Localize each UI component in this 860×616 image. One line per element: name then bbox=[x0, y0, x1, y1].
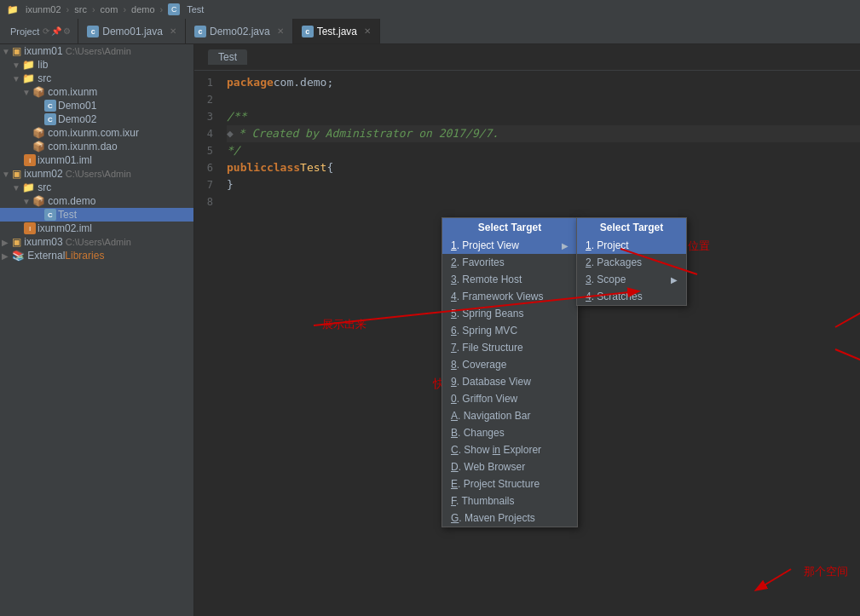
arrow-com-demo: ▼ bbox=[22, 197, 32, 206]
tab-test-label: Test.java bbox=[317, 26, 357, 37]
code-content[interactable]: package com.demo; /** ◆ * Created by Adm… bbox=[220, 74, 860, 210]
tree-ixunm02[interactable]: ▼ ▣ ixunm02 C:\Users\Admin bbox=[0, 167, 193, 181]
menu-item-show-explorer[interactable]: C. Show in Explorer bbox=[442, 441, 577, 458]
tree-com-ixunm[interactable]: ▼ 📦 com.ixunm bbox=[0, 85, 193, 99]
menu-item-2-label: 2. Favorites bbox=[451, 256, 505, 268]
sidebar: ▼ ▣ ixunm01 C:\Users\Admin ▼ 📁 lib ▼ 📁 s… bbox=[0, 44, 194, 616]
tree-src2[interactable]: ▼ 📁 src bbox=[0, 181, 193, 194]
menu-item-griffon[interactable]: 0. Griffon View bbox=[442, 390, 577, 407]
menu-item-nav-bar[interactable]: A. Navigation Bar bbox=[442, 407, 577, 424]
arrow-lib: ▼ bbox=[12, 60, 22, 70]
menu-item-b-label: B. Changes bbox=[451, 427, 505, 439]
submenu-item-1-label: 1. Project bbox=[586, 239, 629, 251]
tree-iml1-label: ixunm01.iml bbox=[38, 154, 92, 166]
menu-header: Select Target bbox=[442, 218, 577, 237]
main-layout: ▼ ▣ ixunm01 C:\Users\Admin ▼ 📁 lib ▼ 📁 s… bbox=[0, 44, 860, 616]
tree-iml2-label: ixunm02.iml bbox=[38, 222, 92, 234]
submenu-item-3-label: 3. Scope bbox=[586, 273, 626, 285]
menu-item-web-browser[interactable]: D. Web Browser bbox=[442, 458, 577, 475]
code-line-2 bbox=[227, 91, 860, 108]
submenu-item-packages[interactable]: 2. Packages bbox=[577, 254, 686, 271]
tree-ixunm01[interactable]: ▼ ▣ ixunm01 C:\Users\Admin bbox=[0, 44, 193, 58]
ext-lib-icon: 📚 bbox=[12, 250, 25, 262]
tree-lib[interactable]: ▼ 📁 lib bbox=[0, 58, 193, 72]
tree-ixunm01-iml[interactable]: ▶ I ixunm01.iml bbox=[0, 153, 193, 167]
menu-item-project-structure[interactable]: E. Project Structure bbox=[442, 475, 577, 492]
tree-com-ixunm-ixur[interactable]: ▶ 📦 com.ixunm.com.ixur bbox=[0, 126, 193, 140]
annotation-show: 展示出来 bbox=[322, 317, 367, 332]
tree-ixunm01-label: ixunm01 bbox=[21, 45, 63, 57]
code-line-7: } bbox=[227, 176, 860, 193]
tree-ixunm03[interactable]: ▶ ▣ ixunm03 C:\Users\Admin bbox=[0, 235, 193, 249]
menu-item-changes[interactable]: B. Changes bbox=[442, 424, 577, 441]
tree-ext-libs[interactable]: ▶ 📚 External Libraries bbox=[0, 249, 193, 262]
menu-item-favorites[interactable]: 2. Favorites bbox=[442, 254, 577, 271]
arrow-iml1: ▶ bbox=[12, 156, 22, 165]
tree-demo01[interactable]: ▶ C Demo01 bbox=[0, 99, 193, 112]
arrow-com-ixunm: ▼ bbox=[22, 88, 32, 97]
tab-sync-icon[interactable]: ⟳ bbox=[43, 26, 49, 36]
menu-item-4-label: 4. Framework Views bbox=[451, 291, 544, 302]
project-tab[interactable]: Project ⟳ 📌 ⚙ bbox=[3, 19, 78, 43]
menu-item-maven[interactable]: G. Maven Projects bbox=[442, 509, 577, 527]
tab-demo02-icon: c bbox=[194, 26, 206, 37]
arrow-ixunm03: ▶ bbox=[2, 238, 12, 247]
menu-item-project-view[interactable]: 1. Project View ▶ bbox=[442, 237, 577, 254]
menu-item-remote-host[interactable]: 3. Remote Host bbox=[442, 271, 577, 288]
menu-item-6-label: 6. Spring MVC bbox=[451, 325, 517, 337]
tab-settings-icon[interactable]: ⚙ bbox=[63, 26, 71, 36]
src2-icon: 📁 bbox=[22, 181, 35, 193]
tab-test[interactable]: c Test.java ✕ bbox=[293, 19, 380, 43]
menu-item-spring-beans[interactable]: 5. Spring Beans bbox=[442, 305, 577, 322]
menu-item-f-label: F. Thumbnails bbox=[451, 495, 514, 507]
code-line-4: ◆ * Created by Administrator on 2017/9/7… bbox=[227, 125, 860, 142]
arrow-iml2: ▶ bbox=[12, 224, 22, 233]
tree-com-ixunm-label: com.ixunm bbox=[45, 86, 97, 98]
tree-src2-label: src bbox=[35, 181, 51, 193]
svg-line-2 bbox=[835, 313, 860, 327]
menu-item-3-label: 3. Remote Host bbox=[451, 273, 522, 285]
tree-ixunm03-label: ixunm03 bbox=[21, 236, 63, 248]
menu-item-coverage[interactable]: 8. Coverage bbox=[442, 356, 577, 373]
menu-item-spring-mvc[interactable]: 6. Spring MVC bbox=[442, 322, 577, 339]
menu-item-db-view[interactable]: 9. Database View bbox=[442, 373, 577, 390]
tab-pin-icon[interactable]: 📌 bbox=[51, 26, 61, 36]
submenu-item-scratches[interactable]: 4. Scratches bbox=[577, 288, 686, 305]
tab-demo01[interactable]: c Demo01.java ✕ bbox=[78, 19, 186, 43]
menu-item-e-label: E. Project Structure bbox=[451, 478, 540, 490]
package-ixunm-icon: 📦 bbox=[32, 86, 45, 98]
submenu-item-project[interactable]: 1. Project bbox=[577, 237, 686, 254]
tree-com-demo[interactable]: ▼ 📦 com.demo bbox=[0, 194, 193, 208]
tab-test-close[interactable]: ✕ bbox=[364, 26, 371, 36]
tree-src1[interactable]: ▼ 📁 src bbox=[0, 72, 193, 85]
package-dao-icon: 📦 bbox=[32, 141, 45, 153]
menu-item-thumbnails[interactable]: F. Thumbnails bbox=[442, 492, 577, 509]
menu-item-d-label: D. Web Browser bbox=[451, 461, 525, 473]
tab-demo01-close[interactable]: ✕ bbox=[170, 26, 176, 36]
title-src: src bbox=[74, 4, 87, 14]
tab-demo02-label: Demo02.java bbox=[210, 26, 270, 37]
tab-demo01-label: Demo01.java bbox=[102, 26, 163, 37]
menu-item-file-structure[interactable]: 7. File Structure bbox=[442, 339, 577, 356]
code-header: Test bbox=[194, 44, 860, 71]
tree-ixunm02-iml[interactable]: ▶ I ixunm02.iml bbox=[0, 222, 193, 235]
menu-item-7-label: 7. File Structure bbox=[451, 342, 523, 354]
arrow-ext: ▶ bbox=[2, 251, 12, 261]
tree-com-ixur-label: com.ixunm.com.ixur bbox=[45, 127, 139, 139]
tree-demo02[interactable]: ▶ C Demo02 bbox=[0, 112, 193, 126]
arrow-test: ▶ bbox=[32, 210, 43, 220]
tab-demo02[interactable]: c Demo02.java ✕ bbox=[186, 19, 293, 43]
tree-com-ixunm-dao[interactable]: ▶ 📦 com.ixunm.dao bbox=[0, 140, 193, 153]
menu-item-framework[interactable]: 4. Framework Views bbox=[442, 288, 577, 305]
submenu-item-scope[interactable]: 3. Scope ▶ bbox=[577, 271, 686, 288]
arrow-demo02: ▶ bbox=[32, 115, 43, 124]
tree-ixunm02-label: ixunm02 bbox=[21, 168, 63, 180]
title-demo: demo bbox=[131, 4, 155, 14]
menu-item-8-label: 8. Coverage bbox=[451, 359, 506, 371]
tree-test[interactable]: ▶ C Test bbox=[0, 208, 193, 222]
tab-demo02-close[interactable]: ✕ bbox=[277, 26, 284, 36]
code-line-8 bbox=[227, 193, 860, 210]
tree-ixunm02-path: C:\Users\Admin bbox=[63, 169, 131, 179]
code-line-1: package com.demo; bbox=[227, 74, 860, 91]
menu-item-1-arrow: ▶ bbox=[562, 241, 569, 250]
